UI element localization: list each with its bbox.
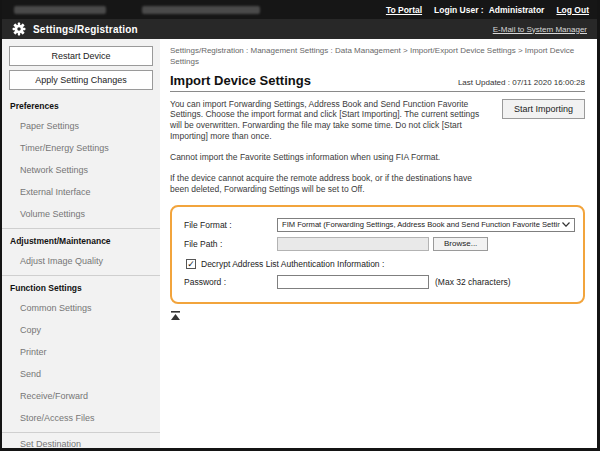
file-format-label: File Format : — [184, 220, 277, 230]
back-to-top-icon[interactable] — [171, 311, 180, 320]
sidebar-item-store-access-files[interactable]: Store/Access Files — [2, 407, 160, 429]
main-panel: Settings/Registration : Management Setti… — [160, 39, 597, 448]
page-title: Import Device Settings — [170, 73, 311, 88]
restart-device-button[interactable]: Restart Device — [9, 46, 153, 66]
redacted-device-name — [14, 6, 106, 14]
sidebar-item-paper-settings[interactable]: Paper Settings — [2, 115, 160, 137]
sidebar-item-common-settings[interactable]: Common Settings — [2, 297, 160, 319]
sidebar-header-function-settings: Function Settings — [2, 276, 160, 297]
breadcrumb[interactable]: Settings/Registration : Management Setti… — [170, 46, 578, 68]
note-fia-format: Cannot import the Favorite Settings info… — [170, 152, 492, 163]
file-format-selected-value: FIM Format (Forwarding Settings, Address… — [282, 220, 560, 229]
sidebar-item-printer[interactable]: Printer — [2, 341, 160, 363]
sidebar-item-receive-forward[interactable]: Receive/Forward — [2, 385, 160, 407]
sidebar-item-send[interactable]: Send — [2, 363, 160, 385]
browse-button[interactable]: Browse... — [433, 237, 488, 251]
apply-setting-changes-button[interactable]: Apply Setting Changes — [9, 70, 153, 90]
sidebar-header-preferences: Preferences — [2, 94, 160, 115]
sidebar-item-set-destination[interactable]: Set Destination — [2, 433, 160, 448]
gear-icon — [12, 22, 26, 36]
sidebar-item-timer-energy-settings[interactable]: Timer/Energy Settings — [2, 137, 160, 159]
app-title: Settings/Registration — [33, 24, 138, 35]
sidebar-item-volume-settings[interactable]: Volume Settings — [2, 203, 160, 225]
decrypt-checkbox-label: Decrypt Address List Authentication Info… — [201, 259, 384, 269]
sidebar-item-external-interface[interactable]: External Interface — [2, 181, 160, 203]
start-importing-button[interactable]: Start Importing — [502, 99, 585, 119]
app-bar: Settings/Registration E-Mail to System M… — [2, 19, 597, 39]
file-format-select[interactable]: FIM Format (Forwarding Settings, Address… — [277, 218, 575, 232]
import-settings-form: File Format : FIM Format (Forwarding Set… — [170, 205, 585, 304]
to-portal-link[interactable]: To Portal — [386, 5, 422, 15]
sidebar-item-adjust-image-quality[interactable]: Adjust Image Quality — [2, 250, 160, 272]
intro-text: You can import Forwarding Settings, Addr… — [170, 99, 492, 143]
browser-page: To Portal Login User : Administrator Log… — [0, 0, 600, 451]
password-input[interactable] — [277, 275, 429, 289]
password-label: Password : — [184, 277, 277, 287]
file-path-input — [277, 237, 429, 251]
decrypt-checkbox[interactable]: ✓ — [186, 259, 196, 269]
sidebar-item-copy[interactable]: Copy — [2, 319, 160, 341]
file-path-label: File Path : — [184, 239, 277, 249]
log-out-link[interactable]: Log Out — [556, 5, 589, 15]
last-updated: Last Updated : 07/11 2020 16:00:28 — [458, 78, 585, 88]
redacted-device-model — [142, 6, 260, 14]
email-system-manager-link[interactable]: E-Mail to System Manager — [493, 25, 587, 34]
settings-sidebar: Restart Device Apply Setting Changes Pre… — [2, 39, 160, 448]
password-max-chars-hint: (Max 32 characters) — [435, 277, 511, 287]
chevron-down-icon — [562, 222, 570, 227]
top-bar: To Portal Login User : Administrator Log… — [2, 0, 597, 19]
note-remote-address-book: If the device cannot acquire the remote … — [170, 173, 492, 195]
login-user-label: Login User : — [434, 5, 484, 15]
sidebar-item-network-settings[interactable]: Network Settings — [2, 159, 160, 181]
sidebar-header-adjustment-maintenance: Adjustment/Maintenance — [2, 229, 160, 250]
login-user-value: Administrator — [489, 5, 545, 15]
